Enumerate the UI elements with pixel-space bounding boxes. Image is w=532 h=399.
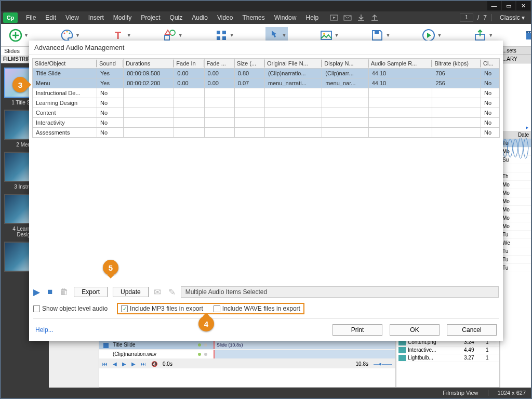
menu-video[interactable]: Video <box>213 14 237 21</box>
show-object-audio-checkbox[interactable]: Show object level audio <box>33 305 108 312</box>
menu-file[interactable]: File <box>22 14 40 21</box>
tl-stepfwd-icon[interactable]: ▶ <box>131 361 136 367</box>
mail-icon[interactable] <box>343 14 352 21</box>
timeline-row[interactable]: (Clip)narration.wav <box>99 350 395 359</box>
col-header[interactable]: Display N... <box>322 59 368 69</box>
include-wave-checkbox[interactable]: Include WAVE files in export <box>214 305 300 312</box>
export-button[interactable]: Export <box>74 287 108 297</box>
delete-icon[interactable]: 🗑 <box>60 287 69 298</box>
col-header[interactable]: Fade In <box>174 59 204 69</box>
menu-quiz[interactable]: Quiz <box>166 14 187 21</box>
menu-help[interactable]: Help <box>301 14 323 21</box>
svg-point-3 <box>63 32 65 34</box>
lib-date-cell[interactable]: Tu <box>500 256 531 264</box>
workspace-dropdown[interactable]: Classic ▾ <box>496 14 529 21</box>
table-row[interactable]: Title SlideYes00:00:09.5000.000.000.80(C… <box>33 69 500 78</box>
edit-icon[interactable]: ✎ <box>168 287 176 298</box>
page-current-input[interactable]: 1 <box>460 14 473 22</box>
col-header[interactable]: Size (... <box>234 59 264 69</box>
tool-assets[interactable] <box>524 28 532 43</box>
tool-add[interactable]: ▼ <box>8 28 29 43</box>
dialog-title: Advanced Audio Management <box>29 41 503 55</box>
library-row[interactable]: Interactive...4.491 <box>396 347 499 354</box>
play-icon[interactable]: ▶ <box>33 287 40 298</box>
status-bar: Filmstrip View 1024 x 627 <box>1 388 531 398</box>
advanced-audio-dialog: Advanced Audio Management Slide/ObjectSo… <box>29 41 503 341</box>
tl-rewind-icon[interactable]: ⏮ <box>102 361 108 367</box>
table-row[interactable]: Instructional De...NoNo <box>33 88 500 98</box>
lib-date-cell[interactable]: Tu <box>500 231 531 239</box>
table-row[interactable]: ContentNoNo <box>33 108 500 118</box>
cc-icon[interactable]: ✉ <box>154 287 161 298</box>
callout-3: 3 <box>12 77 28 92</box>
svg-rect-23 <box>103 343 109 348</box>
download-icon[interactable] <box>357 14 365 21</box>
assets-tab[interactable]: ...sets <box>500 47 531 55</box>
menu-themes[interactable]: Themes <box>238 14 269 21</box>
col-header[interactable]: Bitrate (kbps) <box>432 59 481 69</box>
status-view: Filmstrip View <box>443 390 478 396</box>
tl-stepback-icon[interactable]: ◀ <box>113 361 117 367</box>
timeline-row[interactable]: Title SlideSlide (10.8s) <box>99 340 395 350</box>
minimize-button[interactable]: — <box>487 1 501 10</box>
col-header[interactable]: Fade ... <box>204 59 234 69</box>
menu-modify[interactable]: Modify <box>109 14 136 21</box>
lib-date-cell[interactable]: Mo <box>500 214 531 222</box>
table-row[interactable]: Learning DesignNoNo <box>33 98 500 108</box>
col-header[interactable]: Durations <box>124 59 174 69</box>
callout-5: 5 <box>103 260 118 275</box>
audio-table[interactable]: Slide/ObjectSoundDurationsFade InFade ..… <box>32 58 500 138</box>
col-header[interactable]: Audio Sample R... <box>368 59 432 69</box>
update-button[interactable]: Update <box>113 287 149 297</box>
close-button[interactable]: ✕ <box>516 1 530 10</box>
svg-rect-19 <box>526 31 532 33</box>
tl-time-start: 0.0s <box>163 361 172 367</box>
lib-date-cell[interactable]: Tu <box>500 247 531 256</box>
tl-end-icon[interactable]: ⏭ <box>141 361 146 367</box>
include-mp3-checkbox[interactable]: ✓Include MP3 files in export <box>121 305 203 312</box>
page-sep: / <box>477 14 479 21</box>
lib-date-cell[interactable]: Mo <box>500 222 531 231</box>
svg-rect-15 <box>375 31 379 34</box>
col-header[interactable]: Sound <box>97 59 123 69</box>
col-header[interactable]: Slide/Object <box>33 59 97 69</box>
lib-date-cell[interactable]: Tu <box>500 264 531 272</box>
menu-view[interactable]: View <box>61 14 83 21</box>
tl-zoom-slider[interactable]: —●—— <box>374 361 392 367</box>
menu-audio[interactable]: Audio <box>188 14 212 21</box>
cancel-button[interactable]: Cancel <box>447 324 497 336</box>
menu-window[interactable]: Window <box>270 14 301 21</box>
library-date-col: ...sets ...ARY Date TuMoSu ThMoMoMoMoMoM… <box>500 47 531 388</box>
title-bar: — ▭ ✕ <box>1 1 531 11</box>
selection-status: Multiple Audio Items Selected <box>181 286 499 298</box>
lib-date-cell[interactable]: Mo <box>500 189 531 197</box>
tl-play-icon[interactable]: ▶ <box>122 361 126 367</box>
svg-point-21 <box>530 32 531 33</box>
svg-text:T: T <box>115 30 121 41</box>
col-header[interactable]: Original File N... <box>264 59 322 69</box>
lib-date-cell[interactable]: We <box>500 239 531 247</box>
timeline-controls: ⏮ ◀ ▶ ▶ ⏭ 🔇 0.0s 10.8s —●—— <box>99 359 395 368</box>
col-header[interactable]: Cl... <box>481 59 500 69</box>
table-row[interactable]: AssessmentsNoNo <box>33 128 500 138</box>
print-button[interactable]: Print <box>332 324 382 336</box>
ok-button[interactable]: OK <box>390 324 440 336</box>
table-row[interactable]: InteractivityNoNo <box>33 118 500 128</box>
svg-point-5 <box>69 32 70 34</box>
table-row[interactable]: MenuYes00:00:02.2000.000.000.07menu_narr… <box>33 78 500 88</box>
tl-mute-icon[interactable]: 🔇 <box>151 361 157 367</box>
preview-icon[interactable] <box>330 14 338 21</box>
lib-date-cell[interactable]: Mo <box>500 181 531 189</box>
upload-icon[interactable] <box>370 14 379 21</box>
menu-insert[interactable]: Insert <box>84 14 108 21</box>
help-link[interactable]: Help... <box>35 326 54 334</box>
lib-date-cell[interactable]: Mo <box>500 197 531 206</box>
maximize-button[interactable]: ▭ <box>502 1 515 10</box>
library-row[interactable]: Lightbulb...3.271 <box>396 354 499 362</box>
lib-date-cell[interactable]: Th <box>500 172 531 181</box>
lib-date-cell[interactable]: Mo <box>500 206 531 214</box>
menu-project[interactable]: Project <box>137 14 164 21</box>
stop-icon[interactable]: ■ <box>47 287 52 298</box>
menu-edit[interactable]: Edit <box>41 14 60 21</box>
svg-marker-22 <box>526 126 528 129</box>
